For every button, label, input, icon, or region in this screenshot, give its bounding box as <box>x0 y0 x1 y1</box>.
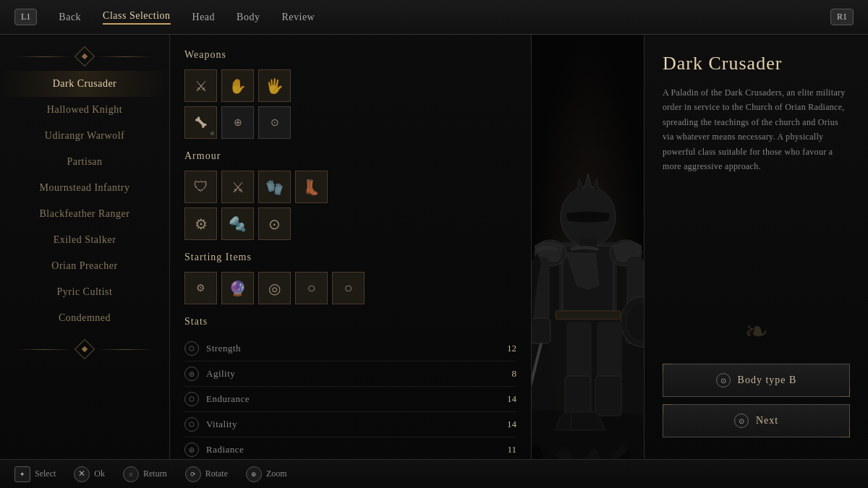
starting-items-title: Starting Items <box>184 252 516 263</box>
weapon-slot-4[interactable]: 🦴 ⊕ <box>184 106 217 139</box>
svg-rect-16 <box>566 322 592 380</box>
top-navigation: L1 Back Class Selection Head Body Review… <box>0 0 868 35</box>
armour-slot-3[interactable]: 🧤 <box>258 171 291 203</box>
deco-ornament <box>728 313 786 349</box>
weapon-corner-4: ⊕ <box>210 130 215 137</box>
next-icon: ⊙ <box>734 414 749 428</box>
head-nav[interactable]: Head <box>192 12 216 23</box>
start-slot-5[interactable]: ○ <box>332 272 365 304</box>
start-slot-1[interactable]: ⚙ <box>184 272 217 304</box>
svg-rect-10 <box>579 239 597 253</box>
control-rotate: ⟳ Rotate <box>185 466 228 482</box>
class-selection-nav[interactable]: Class Selection <box>103 10 170 25</box>
weapon-slot-6[interactable]: ⊙ <box>258 106 291 139</box>
starting-items-section: Starting Items ⚙ 🔮 ◎ ○ ○ <box>184 252 516 304</box>
control-return: ○ Return <box>123 466 167 482</box>
stat-row-radiance: ◎ Radiance 11 <box>184 437 516 459</box>
class-item-hallowed-knight[interactable]: Hallowed Knight <box>0 97 169 123</box>
weapon-slot-3[interactable]: 🖐 <box>258 69 291 102</box>
endurance-icon: ⬡ <box>184 392 199 406</box>
class-item-mournstead-infantry[interactable]: Mournstead Infantry <box>0 175 169 201</box>
armour-slot-5[interactable]: ⚙ <box>184 207 217 240</box>
strength-name: Strength <box>206 343 491 354</box>
class-item-dark-crusader[interactable]: Dark Crusader <box>0 71 169 97</box>
agility-value: 8 <box>498 368 516 380</box>
body-type-button[interactable]: ⊙ Body type B <box>663 364 850 397</box>
armour-icon-6: 🔩 <box>229 215 247 233</box>
agility-icon: ◎ <box>184 367 199 381</box>
armour-slot-1[interactable]: 🛡 <box>184 171 217 203</box>
rotate-label: Rotate <box>205 468 228 479</box>
armour-slot-7[interactable]: ⊙ <box>258 207 291 240</box>
zoom-icon: ⊕ <box>246 466 262 482</box>
deco-center-bottom <box>75 339 95 359</box>
armour-row-2: ⚙ 🔩 ⊙ <box>184 207 516 240</box>
starting-items-row: ⚙ 🔮 ◎ ○ ○ <box>184 272 516 304</box>
armour-icon-4: 👢 <box>302 179 320 196</box>
next-button[interactable]: ⊙ Next <box>663 404 850 437</box>
start-icon-4: ○ <box>307 280 315 296</box>
control-zoom: ⊕ Zoom <box>246 466 287 482</box>
class-item-orian-preacher[interactable]: Orian Preacher <box>0 253 169 279</box>
body-type-icon: ⊙ <box>716 373 731 388</box>
armour-title: Armour <box>184 150 516 162</box>
start-slot-4[interactable]: ○ <box>295 272 328 304</box>
stats-section: Stats ⬡ Strength 12 ◎ Agility 8 ⬡ Endura… <box>184 316 516 459</box>
control-select: ✦ Select <box>14 466 56 482</box>
weapons-row-1: ⚔ ✋ 🖐 <box>184 69 516 102</box>
ok-icon: ✕ <box>74 466 90 482</box>
deco-center-ornament <box>75 46 95 67</box>
select-icon: ✦ <box>14 466 30 482</box>
weapons-title: Weapons <box>184 49 516 61</box>
endurance-name: Endurance <box>206 393 491 405</box>
return-label: Return <box>143 468 167 479</box>
r1-button[interactable]: R1 <box>830 9 854 25</box>
start-slot-3[interactable]: ◎ <box>258 272 291 304</box>
ok-label: Ok <box>94 468 105 479</box>
start-slot-2[interactable]: 🔮 <box>221 272 254 304</box>
class-item-udirangr-warwolf[interactable]: Udirangr Warwolf <box>0 123 169 149</box>
armour-section: Armour 🛡 ⚔ 🧤 👢 ⚙ <box>184 150 516 240</box>
stat-row-agility: ◎ Agility 8 <box>184 361 516 387</box>
sidebar-decoration-top <box>17 46 152 67</box>
info-panel: Dark Crusader A Paladin of the Dark Crus… <box>644 35 868 459</box>
class-item-blackfeather-ranger[interactable]: Blackfeather Ranger <box>0 201 169 227</box>
class-item-exiled-stalker[interactable]: Exiled Stalker <box>0 227 169 253</box>
zoom-label: Zoom <box>266 468 287 479</box>
review-nav[interactable]: Review <box>281 12 315 23</box>
sidebar-decoration-bottom <box>17 338 152 360</box>
weapon-slot-1[interactable]: ⚔ <box>184 69 217 102</box>
start-icon-1: ⚙ <box>196 282 205 294</box>
armour-icon-2: ⚔ <box>231 179 244 196</box>
class-item-pyric-cultist[interactable]: Pyric Cultist <box>0 279 169 305</box>
armour-row-1: 🛡 ⚔ 🧤 👢 <box>184 171 516 203</box>
rotate-icon: ⟳ <box>185 466 201 482</box>
armour-slot-2[interactable]: ⚔ <box>221 171 254 203</box>
character-svg <box>532 61 644 459</box>
l1-button[interactable]: L1 <box>14 9 37 25</box>
weapon-slot-2[interactable]: ✋ <box>221 69 254 102</box>
weapon-slot-5[interactable]: ⊕ <box>221 106 254 139</box>
class-item-partisan[interactable]: Partisan <box>0 149 169 175</box>
next-label: Next <box>756 415 778 427</box>
stat-row-strength: ⬡ Strength 12 <box>184 336 516 361</box>
weapon-icon-3: 🖐 <box>265 77 284 95</box>
center-panel: Weapons ⚔ ✋ 🖐 🦴 ⊕ ⊕ <box>170 35 532 459</box>
body-nav[interactable]: Body <box>237 12 260 23</box>
class-sidebar: Dark Crusader Hallowed Knight Udirangr W… <box>0 35 170 459</box>
back-nav[interactable]: Back <box>59 12 81 23</box>
armour-slot-4[interactable]: 👢 <box>295 171 328 203</box>
start-icon-3: ◎ <box>268 280 281 297</box>
deco-line-right <box>98 56 153 57</box>
radiance-name: Radiance <box>206 444 491 455</box>
weapons-row-2: 🦴 ⊕ ⊕ ⊙ <box>184 106 516 139</box>
weapon-icon-2: ✋ <box>229 77 247 95</box>
armour-slot-6[interactable]: 🔩 <box>221 207 254 240</box>
svg-rect-19 <box>595 376 621 416</box>
radiance-value: 11 <box>498 444 516 455</box>
weapon-icon-5: ⊕ <box>234 116 242 129</box>
svg-rect-15 <box>556 311 621 320</box>
select-label: Select <box>35 468 56 479</box>
class-item-condemned[interactable]: Condemned <box>0 305 169 331</box>
radiance-icon: ◎ <box>184 442 199 457</box>
